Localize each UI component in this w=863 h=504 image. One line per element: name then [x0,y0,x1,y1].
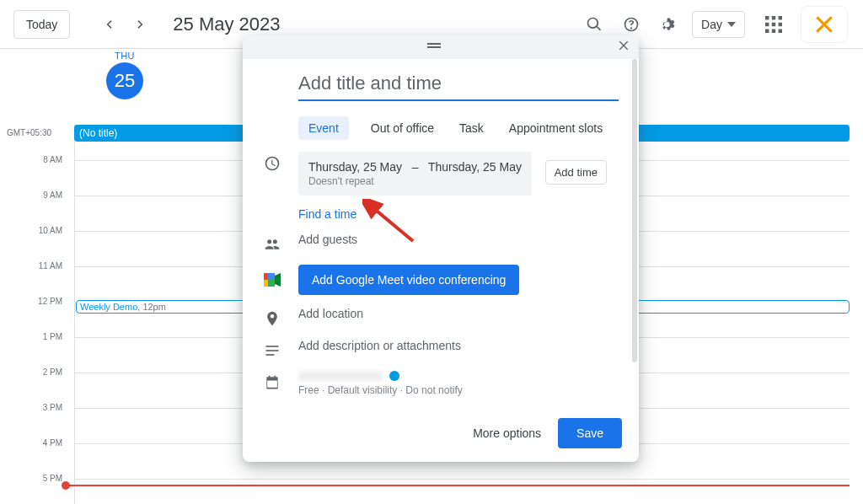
svg-rect-14 [268,280,275,287]
meet-row: Add Google Meet video conferencing [261,265,620,295]
hour-label: 12 PM [0,297,62,306]
nav-arrows [95,11,154,38]
search-button[interactable] [581,11,608,38]
hour-label: 10 AM [0,226,62,235]
guests-row: Add guests [261,233,620,253]
date-separator: – [412,160,419,174]
help-icon [623,16,640,33]
start-date: Thursday, 25 May [308,160,402,174]
clock-icon [261,152,283,172]
svg-rect-13 [268,273,275,280]
current-time-indicator [66,485,850,486]
drag-handle-icon[interactable] [427,40,441,55]
caret-down-icon [727,22,736,27]
svg-rect-8 [779,29,782,32]
modal-footer: More options Save [243,408,639,462]
location-icon [261,307,283,327]
tab-appointment-slots[interactable]: Appointment slots [506,116,606,140]
help-button[interactable] [618,11,645,38]
svg-rect-0 [765,16,769,19]
tab-task[interactable]: Task [456,116,487,140]
location-row: Add location [261,307,620,327]
svg-rect-7 [772,29,775,32]
day-column-header: THU 25 [74,51,175,99]
event-time: , 12pm [137,302,166,312]
add-location-field[interactable]: Add location [298,307,620,320]
time-row: Thursday, 25 May – Thursday, 25 May Does… [261,152,620,196]
hour-label: 11 AM [0,261,62,271]
modal-titlebar[interactable] [243,35,639,59]
svg-rect-9 [427,43,441,45]
add-time-button[interactable]: Add time [545,160,607,185]
close-button[interactable] [617,39,630,56]
chevron-right-icon [132,16,149,33]
svg-rect-16 [266,346,279,347]
people-icon [261,233,283,253]
save-button[interactable]: Save [558,418,622,448]
svg-rect-3 [765,22,769,25]
view-switcher[interactable]: Day [692,11,745,38]
hour-label: 5 PM [0,474,62,483]
hour-row[interactable]: 5 PM [0,479,850,504]
find-a-time-link[interactable]: Find a time [298,207,620,221]
svg-rect-18 [266,354,275,356]
apps-grid-icon [765,16,782,33]
add-guests-field[interactable]: Add guests [298,233,620,246]
today-button[interactable]: Today [13,10,70,39]
hour-label: 4 PM [0,438,62,448]
svg-rect-12 [264,280,268,287]
chevron-left-icon [100,16,117,33]
svg-rect-10 [427,46,441,48]
next-day-button[interactable] [127,11,154,38]
calendar-name-redacted [298,371,383,381]
extension-x-icon [813,13,835,35]
svg-rect-17 [266,350,279,351]
svg-rect-6 [765,29,769,32]
hour-label: 1 PM [0,332,62,341]
day-number-badge[interactable]: 25 [106,62,143,99]
day-of-week-label: THU [74,51,175,61]
hour-label: 3 PM [0,403,62,412]
quick-add-event-modal: Event Out of office Task Appointment slo… [243,35,639,462]
hour-label: 8 AM [0,155,62,164]
search-icon [586,16,603,33]
hour-label: 2 PM [0,367,62,377]
description-icon [261,339,283,359]
calendar-selector[interactable] [298,371,620,381]
calendar-color-dot [389,371,399,381]
add-meet-button[interactable]: Add Google Meet video conferencing [298,265,519,295]
svg-rect-11 [264,273,268,280]
view-label: Day [701,18,722,31]
end-date: Thursday, 25 May [428,160,522,174]
prev-day-button[interactable] [95,11,122,38]
tab-out-of-office[interactable]: Out of office [367,116,437,140]
google-apps-button[interactable] [760,11,787,38]
svg-rect-1 [772,16,775,19]
svg-rect-2 [779,16,782,19]
event-type-tabs: Event Out of office Task Appointment slo… [298,116,620,140]
description-row: Add description or attachments [261,339,620,359]
event-title-input[interactable] [298,67,619,101]
calendar-icon [261,371,283,391]
repeat-label[interactable]: Doesn't repeat [308,175,522,187]
tab-event[interactable]: Event [298,116,349,140]
close-icon [617,39,630,52]
gear-icon [660,16,677,33]
add-description-field[interactable]: Add description or attachments [298,339,620,352]
svg-rect-4 [772,22,775,25]
svg-rect-5 [779,22,782,25]
event-title: Weekly Demo [80,302,137,312]
calendar-meta[interactable]: Free · Default visibility · Do not notif… [298,384,620,396]
time-range-card[interactable]: Thursday, 25 May – Thursday, 25 May Does… [298,152,532,196]
calendar-row: Free · Default visibility · Do not notif… [261,371,620,396]
extension-button[interactable] [801,6,848,43]
settings-button[interactable] [655,11,682,38]
modal-scrollbar[interactable] [632,59,637,362]
svg-marker-15 [275,273,281,287]
hour-label: 9 AM [0,190,62,200]
current-date-label: 25 May 2023 [173,13,280,35]
more-options-button[interactable]: More options [473,426,541,440]
google-meet-icon [261,265,283,288]
